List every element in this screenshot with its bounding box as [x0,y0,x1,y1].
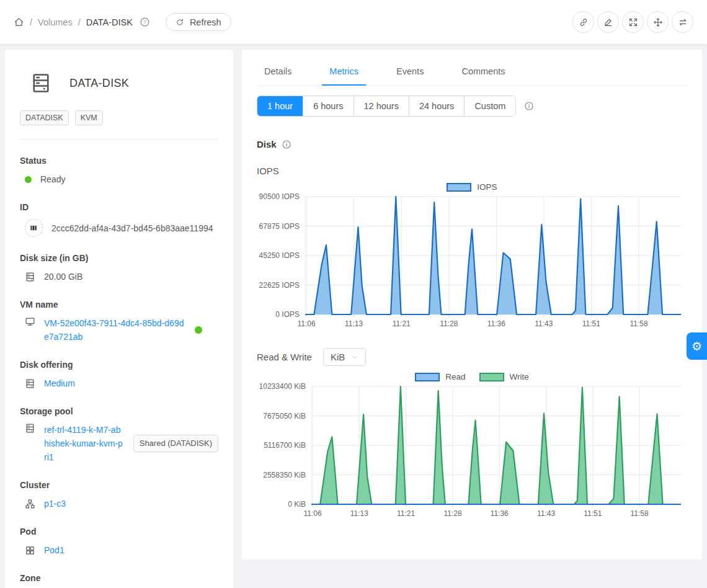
link-icon [579,17,589,27]
field-label: Storage pool [20,406,218,416]
refresh-button[interactable]: Refresh [166,13,231,31]
range-1-hour[interactable]: 1 hour [257,96,303,116]
top-header: / Volumes / DATA-DISK ? Refresh [0,0,707,44]
volume-detail-card: DetailsMetricsEventsComments 1 hour6 hou… [242,50,702,559]
range-6-hours[interactable]: 6 hours [303,96,353,116]
tab-bar: DetailsMetricsEventsComments [257,58,687,86]
field-value-row: VM-52e00f43-7911-4dc4-85bd-d69de7a721ab [20,316,218,344]
legend-item-iops[interactable]: IOPS [447,182,497,192]
field-value-link[interactable]: p1-c3 [44,497,66,510]
field-label: VM name [20,300,218,310]
field-zone: Zoneref-trl-4119-k-M7-abhishek-kumar [20,573,218,588]
chart-legend: IOPS [257,182,687,192]
header-actions [572,11,693,33]
svg-text:11:21: 11:21 [397,509,415,518]
legend-label: Write [510,372,529,381]
field-value-row: Medium [20,376,218,390]
range-custom[interactable]: Custom [464,96,515,116]
field-value-text: 20.00 GiB [44,270,82,283]
legend-swatch [479,373,504,381]
svg-text:67875 IOPS: 67875 IOPS [259,222,300,231]
chevron-down-icon [351,354,358,361]
fullscreen-icon [628,17,638,27]
database-icon [25,378,35,389]
detail-list: StatusReadyID2ccc62dd-af4a-43d7-bd45-6b8… [20,156,218,588]
field-value-link[interactable]: Pod1 [44,543,64,557]
tab-events[interactable]: Events [389,58,431,85]
range-12-hours[interactable]: 12 hours [354,96,409,116]
swap-button[interactable] [672,11,693,33]
field-value-text: 2ccc62dd-af4a-43d7-bd45-6b83aae11994 [51,221,213,235]
chart-legend: ReadWrite [257,372,687,381]
database-icon [25,423,35,434]
field-value-row: 2ccc62dd-af4a-43d7-bd45-6b83aae11994 [20,219,218,237]
svg-text:11:36: 11:36 [491,509,509,518]
drag-icon [653,17,663,27]
divider [20,139,218,140]
unit-select[interactable]: KiB [323,348,366,366]
field-storage-pool: Storage poolref-trl-4119-k-M7-abhishek-k… [20,406,218,464]
field-status: StatusReady [20,156,218,186]
svg-text:11:28: 11:28 [443,509,461,518]
shared-badge: Shared (DATADISK) [133,435,218,452]
volume-icon [30,72,52,94]
info-icon[interactable] [524,101,534,111]
field-label: Status [20,156,218,166]
legend-item-read[interactable]: Read [415,372,465,381]
volume-head: DATA-DISK [20,72,218,94]
desktop-icon [25,316,35,327]
svg-text:90500 IOPS: 90500 IOPS [259,192,300,201]
range-24-hours[interactable]: 24 hours [409,96,464,116]
field-value-link[interactable]: ref-trl-4119-k-M7-abhishek-kumar-kvm-pri… [44,423,123,464]
svg-text:45250 IOPS: 45250 IOPS [259,251,300,260]
tag-kvm: KVM [75,110,103,125]
field-disk-size-in-gb-: Disk size (in GB)20.00 GiB [20,253,218,283]
field-vm-name: VM nameVM-52e00f43-7911-4dc4-85bd-d69de7… [20,300,218,344]
disk-section-title: Disk [257,139,277,149]
svg-text:10233400 KiB: 10233400 KiB [259,382,306,391]
field-cluster: Clusterp1-c3 [20,480,218,510]
info-icon[interactable] [282,140,291,149]
home-icon[interactable] [14,17,24,27]
field-pod: PodPod1 [20,527,218,557]
readwrite-header: Read & Write KiB [257,348,687,366]
readwrite-title: Read & Write [257,352,312,362]
breadcrumb-current: DATA-DISK [86,17,133,27]
field-value-text: Ready [40,172,65,186]
settings-fab[interactable]: ⚙ [687,332,707,360]
barcode-icon [25,219,43,237]
appstore-icon [25,545,35,556]
breadcrumb: / Volumes / DATA-DISK ? Refresh [14,13,231,31]
link-button[interactable] [572,11,594,33]
svg-text:11:58: 11:58 [631,509,649,518]
field-value-link[interactable]: Medium [44,376,75,390]
svg-text:11:36: 11:36 [487,319,505,328]
field-label: ID [20,202,218,212]
breadcrumb-volumes[interactable]: Volumes [38,17,73,27]
swap-icon [678,17,688,27]
breadcrumb-separator: / [78,17,81,27]
tab-metrics[interactable]: Metrics [322,58,366,86]
edit-button[interactable] [597,11,619,33]
field-label: Pod [20,527,218,537]
field-label: Disk size (in GB) [20,253,218,263]
cluster-icon [25,499,35,509]
readwrite-chart: ReadWrite11:0611:1311:2111:2811:3611:431… [257,372,687,524]
move-button[interactable] [647,11,669,33]
tab-details[interactable]: Details [257,58,299,85]
svg-text:0 KiB: 0 KiB [288,500,306,509]
tab-comments[interactable]: Comments [454,58,512,85]
field-id: ID2ccc62dd-af4a-43d7-bd45-6b83aae11994 [20,202,218,237]
field-label: Zone [20,573,218,583]
field-value-row: ref-trl-4119-k-M7-abhishek-kumar-kvm-pri… [20,423,218,464]
svg-text:11:28: 11:28 [440,319,458,328]
legend-swatch [447,183,471,192]
help-icon[interactable]: ? [140,17,150,27]
chart-svg: 11:0611:1311:2111:2811:3611:4311:5111:58… [257,192,687,334]
volume-info-card: DATA-DISK DATADISKKVM StatusReadyID2ccc6… [5,50,233,588]
field-value-link[interactable]: VM-52e00f43-7911-4dc4-85bd-d69de7a721ab [44,316,186,344]
fullscreen-button[interactable] [622,11,644,33]
svg-text:11:51: 11:51 [584,509,602,518]
field-disk-offering: Disk offeringMedium [20,360,218,390]
legend-item-write[interactable]: Write [479,372,529,381]
